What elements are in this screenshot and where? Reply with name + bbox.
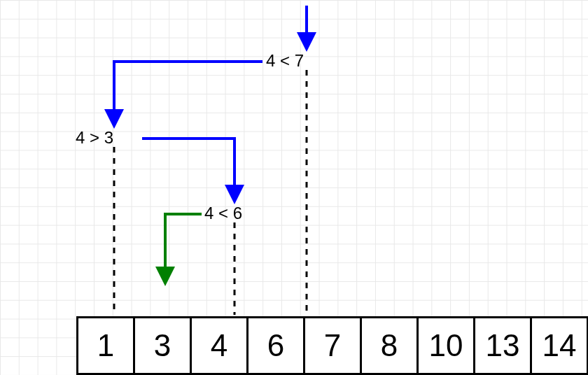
array-cell: 8 [362, 318, 419, 373]
array-cell: 7 [305, 318, 362, 373]
array-cell: 14 [532, 318, 587, 373]
comparison-step-3: 4 < 6 [204, 204, 242, 223]
array-cell: 6 [248, 318, 305, 373]
path-step-3-found [165, 214, 202, 276]
path-step-1-to-2 [114, 62, 262, 119]
comparison-step-1: 4 < 7 [266, 51, 304, 71]
sorted-array: 1 3 4 6 7 8 10 13 14 [76, 316, 588, 375]
array-cell: 3 [135, 318, 192, 373]
array-cell: 1 [78, 318, 135, 373]
comparison-step-2: 4 > 3 [76, 128, 113, 148]
array-cell: 4 [192, 318, 248, 373]
array-cell: 13 [475, 318, 532, 373]
array-cell: 10 [419, 318, 475, 373]
path-step-2-to-3 [142, 139, 234, 194]
